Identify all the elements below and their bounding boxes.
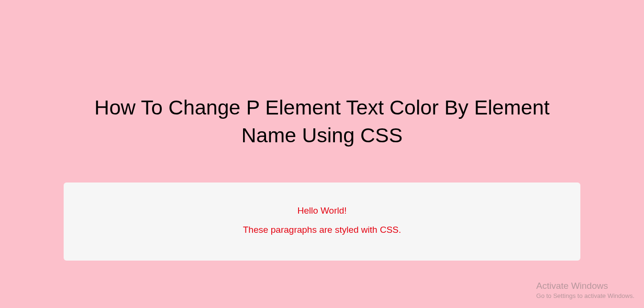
windows-activation-watermark: Activate Windows Go to Settings to activ… bbox=[536, 281, 634, 299]
paragraph-hello: Hello World! bbox=[73, 205, 571, 216]
main-container: How To Change P Element Text Color By El… bbox=[0, 0, 644, 261]
watermark-subtitle: Go to Settings to activate Windows. bbox=[536, 292, 634, 299]
content-box: Hello World! These paragraphs are styled… bbox=[64, 183, 580, 261]
page-title: How To Change P Element Text Color By El… bbox=[83, 93, 561, 149]
paragraph-styled: These paragraphs are styled with CSS. bbox=[73, 225, 571, 235]
watermark-title: Activate Windows bbox=[536, 281, 634, 291]
